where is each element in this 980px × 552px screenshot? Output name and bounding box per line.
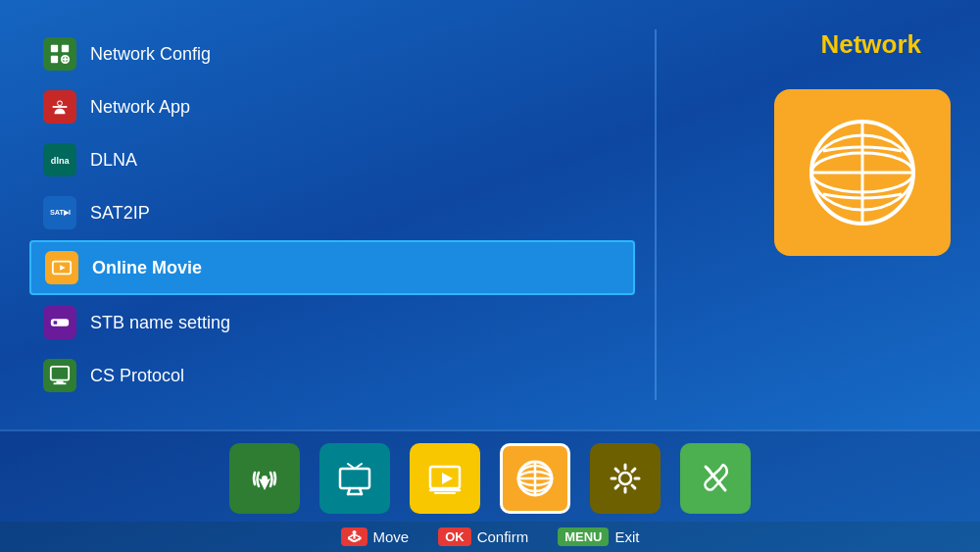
nav-network-button[interactable] <box>500 443 570 514</box>
nav-media-button[interactable] <box>410 443 480 514</box>
main-container: Network Config Network App <box>0 0 980 552</box>
confirm-label: Confirm <box>477 528 529 545</box>
menu-item-stb-name[interactable]: STB name setting <box>29 297 635 348</box>
svg-line-47 <box>632 469 635 472</box>
status-move: 🕹 Move <box>341 527 410 546</box>
right-content: Network <box>676 29 951 256</box>
network-globe-icon <box>514 458 556 499</box>
network-app-icon <box>43 90 76 124</box>
svg-marker-12 <box>60 265 65 271</box>
gear-icon <box>606 459 645 498</box>
right-section: Network <box>676 20 951 410</box>
status-confirm: OK Confirm <box>438 527 528 546</box>
sat2ip-icon: SAT▶IP <box>43 196 76 229</box>
globe-svg <box>804 114 921 231</box>
svg-rect-2 <box>51 56 58 63</box>
signal-icon <box>245 459 284 498</box>
svg-line-48 <box>615 485 618 488</box>
stb-name-icon <box>43 306 76 339</box>
svg-text:dlna: dlna <box>51 156 71 166</box>
online-movie-icon <box>45 251 78 284</box>
svg-rect-15 <box>51 367 69 380</box>
section-title: Network <box>820 29 921 60</box>
network-config-label: Network Config <box>90 44 211 65</box>
menu-section: Network Config Network App <box>29 20 635 410</box>
menu-item-network-app[interactable]: Network App <box>29 81 635 132</box>
svg-rect-1 <box>62 45 69 52</box>
move-badge: 🕹 <box>341 527 368 546</box>
content-area: Network Config Network App <box>0 0 980 429</box>
svg-point-40 <box>619 473 631 484</box>
svg-marker-32 <box>442 473 453 484</box>
menu-item-online-movie[interactable]: Online Movie <box>29 240 635 295</box>
status-bar: 🕹 Move OK Confirm MENU Exit <box>0 522 980 552</box>
nav-settings-button[interactable] <box>590 443 661 514</box>
menu-divider <box>655 29 657 400</box>
svg-rect-14 <box>54 321 58 325</box>
dlna-label: DLNA <box>90 150 137 171</box>
svg-rect-0 <box>51 45 58 52</box>
bottom-nav-bar <box>0 429 980 522</box>
menu-item-network-config[interactable]: Network Config <box>29 28 635 79</box>
network-app-label: Network App <box>90 97 190 118</box>
cs-protocol-label: CS Protocol <box>90 366 184 386</box>
online-movie-label: Online Movie <box>92 258 202 278</box>
svg-line-45 <box>615 469 618 472</box>
svg-line-50 <box>706 467 710 471</box>
status-exit: MENU Exit <box>558 527 639 546</box>
exit-label: Exit <box>614 528 639 545</box>
svg-text:SAT▶IP: SAT▶IP <box>50 208 71 217</box>
media-icon <box>425 459 465 498</box>
dlna-icon: dlna <box>43 143 76 176</box>
menu-item-sat2ip[interactable]: SAT▶IP SAT2IP <box>29 187 635 238</box>
sat2ip-label: SAT2IP <box>90 203 150 224</box>
menu-badge: MENU <box>558 527 609 546</box>
svg-point-24 <box>262 476 268 481</box>
menu-item-cs-protocol[interactable]: CS Protocol <box>29 350 635 401</box>
stb-name-label: STB name setting <box>90 313 230 333</box>
tools-icon <box>696 459 735 498</box>
move-label: Move <box>373 528 410 545</box>
menu-item-dlna[interactable]: dlna DLNA <box>29 134 635 185</box>
tv-icon <box>335 459 374 498</box>
svg-line-46 <box>632 485 635 488</box>
svg-point-7 <box>58 102 62 106</box>
ok-badge: OK <box>438 527 471 546</box>
network-config-icon <box>43 37 76 71</box>
feature-icon-box <box>774 89 951 256</box>
svg-rect-25 <box>340 469 369 488</box>
nav-signal-button[interactable] <box>229 443 300 514</box>
nav-tv-button[interactable] <box>319 443 390 514</box>
cs-protocol-icon <box>43 359 76 392</box>
nav-tools-button[interactable] <box>680 443 751 514</box>
svg-rect-13 <box>51 319 69 326</box>
